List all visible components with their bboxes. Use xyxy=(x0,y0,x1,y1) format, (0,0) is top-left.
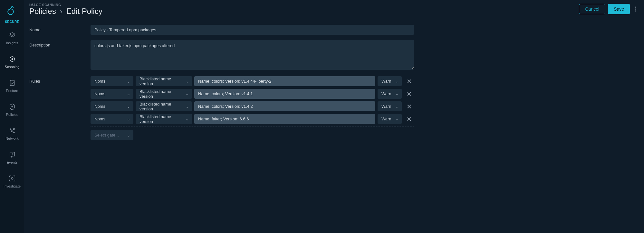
rule-delete-button[interactable] xyxy=(404,89,414,99)
policy-form: Name Description colors.js and faker.js … xyxy=(29,25,639,140)
header-actions: Cancel Save xyxy=(579,4,639,14)
sidebar-item-investigate[interactable]: Investigate xyxy=(0,173,24,189)
rule-gate-select[interactable]: Npms ⌄ xyxy=(91,101,133,111)
svg-point-4 xyxy=(10,128,11,130)
svg-point-6 xyxy=(10,132,11,133)
breadcrumb-item-policies[interactable]: Policies xyxy=(29,7,56,16)
events-icon xyxy=(8,151,16,158)
chevron-down-icon: ⌄ xyxy=(186,79,189,84)
rule-trigger-select[interactable]: Blacklisted name version ⌄ xyxy=(136,89,192,99)
chevron-down-icon: ⌄ xyxy=(127,92,130,96)
rule-delete-button[interactable] xyxy=(404,76,414,86)
rule-value-field[interactable]: Name: colors; Version: v1.4.1 xyxy=(194,89,375,99)
svg-point-10 xyxy=(635,6,636,7)
form-row-rules: Rules Npms ⌄ Blacklisted name version ⌄ … xyxy=(29,76,639,140)
svg-point-2 xyxy=(12,58,13,60)
chevron-right-icon: › xyxy=(60,7,62,16)
sidebar-item-label: Scanning xyxy=(5,65,20,69)
sidebar-item-label: Policies xyxy=(6,113,18,117)
rule-action-value: Warn xyxy=(381,79,391,84)
brand-logo[interactable]: › xyxy=(6,3,18,19)
rule-action-select[interactable]: Warn ⌄ xyxy=(378,114,402,124)
svg-point-9 xyxy=(11,177,13,179)
rule-action-select[interactable]: Warn ⌄ xyxy=(378,76,402,86)
main-content: IMAGE SCANNING Policies › Edit Policy Ca… xyxy=(24,0,644,233)
rule-value-field[interactable]: Name: colors; Version: v1.4.2 xyxy=(194,101,375,111)
rule-trigger-value: Blacklisted name version xyxy=(139,89,186,99)
breadcrumb-item-current: Edit Policy xyxy=(66,7,102,16)
svg-point-7 xyxy=(13,132,14,133)
chevron-down-icon: ⌄ xyxy=(186,117,189,121)
rule-action-select[interactable]: Warn ⌄ xyxy=(378,89,402,99)
svg-rect-3 xyxy=(10,80,14,86)
chevron-down-icon: ⌄ xyxy=(395,79,399,84)
chevron-down-icon: ⌄ xyxy=(186,104,189,109)
rule-value-field[interactable]: Name: colors; Version: v1.4.44-liberty-2 xyxy=(194,76,375,86)
rule-trigger-select[interactable]: Blacklisted name version ⌄ xyxy=(136,76,192,86)
description-input[interactable]: colors.js and faker.js npm packages alte… xyxy=(91,40,414,70)
rule-action-select[interactable]: Warn ⌄ xyxy=(378,101,402,111)
sidebar-nav: Insights Scanning Posture xyxy=(0,30,24,189)
rules-separator xyxy=(91,127,414,127)
save-button[interactable]: Save xyxy=(608,4,630,14)
rule-row: Npms ⌄ Blacklisted name version ⌄ Name: … xyxy=(91,101,414,111)
chevron-down-icon: ⌄ xyxy=(127,79,130,84)
rule-gate-value: Npms xyxy=(94,79,105,84)
sidebar-item-label: Investigate xyxy=(4,184,21,188)
rule-delete-button[interactable] xyxy=(404,114,414,124)
name-input[interactable] xyxy=(91,25,414,35)
sidebar-item-label: Network xyxy=(5,137,18,140)
sidebar-item-label: Insights xyxy=(6,41,18,45)
sidebar-item-scanning[interactable]: Scanning xyxy=(0,54,24,70)
rule-value-text: Name: colors; Version: v1.4.44-liberty-2 xyxy=(198,79,272,84)
chevron-down-icon: ⌄ xyxy=(395,92,399,96)
rule-value-text: Name: colors; Version: v1.4.2 xyxy=(198,104,253,109)
sidebar-item-network[interactable]: Network xyxy=(0,126,24,142)
svg-point-5 xyxy=(13,128,14,130)
rule-delete-button[interactable] xyxy=(404,101,414,111)
rule-trigger-select[interactable]: Blacklisted name version ⌄ xyxy=(136,101,192,111)
rule-trigger-select[interactable]: Blacklisted name version ⌄ xyxy=(136,114,192,124)
posture-icon xyxy=(8,79,16,87)
section-label: IMAGE SCANNING xyxy=(29,3,102,7)
rule-gate-select[interactable]: Npms ⌄ xyxy=(91,114,133,124)
svg-point-8 xyxy=(12,130,13,131)
rule-value-text: Name: colors; Version: v1.4.1 xyxy=(198,91,253,96)
chevron-down-icon: ⌄ xyxy=(127,104,130,109)
scanning-icon xyxy=(8,55,16,63)
rule-trigger-value: Blacklisted name version xyxy=(139,76,186,86)
rule-gate-value: Npms xyxy=(94,104,105,109)
rule-row: Npms ⌄ Blacklisted name version ⌄ Name: … xyxy=(91,114,414,124)
chevron-down-icon: ⌄ xyxy=(186,92,189,96)
svg-point-11 xyxy=(635,8,636,9)
investigate-icon xyxy=(8,175,16,182)
sidebar-item-policies[interactable]: Policies xyxy=(0,102,24,118)
chevron-down-icon: ⌄ xyxy=(127,133,130,137)
rule-value-text: Name: faker; Version: 6.6.6 xyxy=(198,117,249,121)
sidebar-item-label: Events xyxy=(7,160,18,164)
chevron-down-icon: ⌄ xyxy=(127,117,130,121)
form-label-description: Description xyxy=(29,40,91,47)
rule-gate-value: Npms xyxy=(94,91,105,96)
insights-icon xyxy=(8,31,16,39)
cancel-button[interactable]: Cancel xyxy=(579,4,605,14)
sidebar-item-posture[interactable]: Posture xyxy=(0,78,24,94)
brand-icon xyxy=(6,6,15,16)
sidebar-item-insights[interactable]: Insights xyxy=(0,30,24,46)
add-gate-select[interactable]: Select gate... ⌄ xyxy=(91,130,133,140)
rule-trigger-value: Blacklisted name version xyxy=(139,114,186,124)
chevron-down-icon: ⌄ xyxy=(395,104,399,109)
page-header: IMAGE SCANNING Policies › Edit Policy Ca… xyxy=(29,3,639,16)
network-icon xyxy=(8,127,16,135)
header-left: IMAGE SCANNING Policies › Edit Policy xyxy=(29,3,102,16)
more-options-button[interactable] xyxy=(632,4,639,14)
form-row-description: Description colors.js and faker.js npm p… xyxy=(29,40,639,71)
sidebar-item-events[interactable]: Events xyxy=(0,149,24,166)
rule-trigger-value: Blacklisted name version xyxy=(139,102,186,111)
policies-icon xyxy=(8,103,16,111)
rule-gate-select[interactable]: Npms ⌄ xyxy=(91,76,133,86)
rule-value-field[interactable]: Name: faker; Version: 6.6.6 xyxy=(194,114,375,124)
form-label-rules: Rules xyxy=(29,76,91,84)
rule-gate-select[interactable]: Npms ⌄ xyxy=(91,89,133,99)
rules-list: Npms ⌄ Blacklisted name version ⌄ Name: … xyxy=(91,76,414,140)
